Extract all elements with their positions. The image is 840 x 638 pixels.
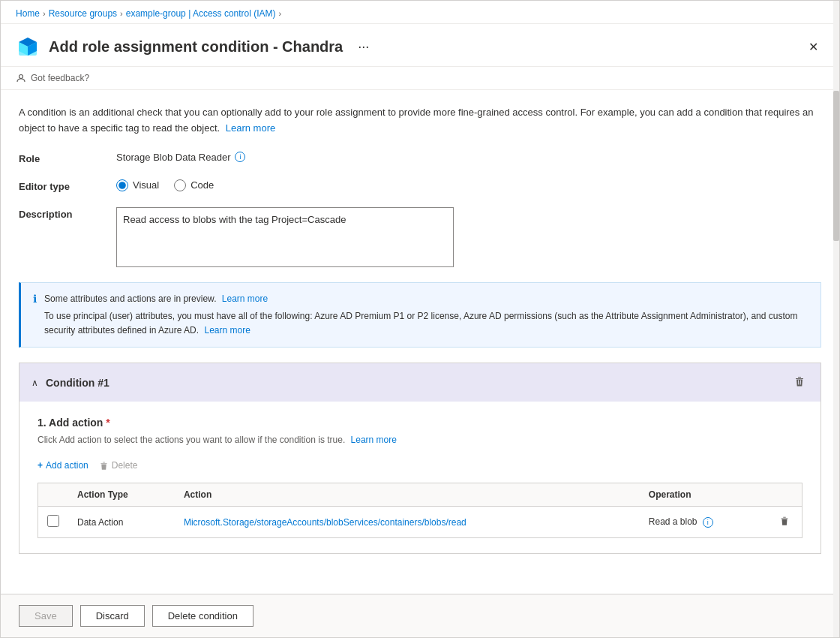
table-row: Data Action Microsoft.Storage/storageAcc…: [38, 507, 802, 538]
col-operation: Operation: [640, 483, 767, 507]
radio-visual[interactable]: Visual: [116, 179, 159, 191]
delete-toolbar-icon: [99, 461, 109, 471]
feedback-label: Got feedback?: [31, 73, 89, 83]
cube-icon: [16, 35, 40, 59]
title-left: Add role assignment condition - Chandra …: [16, 35, 375, 59]
add-action-label: Add action: [46, 460, 88, 471]
action-table-container: Action Type Action Operation: [38, 483, 802, 538]
info-banner-learn-more-2[interactable]: Learn more: [204, 325, 250, 336]
row-delete-cell: [767, 507, 802, 538]
role-value: Storage Blob Data Reader i: [116, 152, 245, 163]
svg-point-4: [20, 75, 23, 79]
description-label: Description: [19, 207, 116, 220]
radio-code-input[interactable]: [174, 179, 186, 191]
add-action-button[interactable]: + Add action: [38, 457, 88, 474]
info-banner-line2: To use principal (user) attributes, you …: [44, 309, 808, 338]
editor-type-row: Editor type Visual Code: [19, 179, 821, 192]
col-checkbox: [38, 483, 68, 507]
chevron-icon-3: ›: [279, 9, 282, 18]
info-banner-line1: Some attributes and actions are in previ…: [44, 292, 808, 306]
page-title: Add role assignment condition - Chandra: [49, 38, 343, 56]
close-button[interactable]: ✕: [802, 37, 824, 57]
role-info-icon[interactable]: i: [235, 152, 245, 162]
action-desc-learn-more[interactable]: Learn more: [351, 435, 397, 445]
condition-body: 1. Add action * Click Add action to sele…: [20, 402, 820, 553]
row-action: Microsoft.Storage/storageAccounts/blobSe…: [175, 507, 640, 538]
col-action-type: Action Type: [68, 483, 175, 507]
table-body: Data Action Microsoft.Storage/storageAcc…: [38, 507, 802, 538]
breadcrumb-example-group[interactable]: example-group | Access control (IAM): [126, 8, 276, 19]
scrollbar-track[interactable]: [833, 1, 839, 637]
feedback-icon: [16, 73, 26, 83]
svg-rect-6: [100, 463, 106, 464]
action-desc: Click Add action to select the actions y…: [38, 433, 802, 447]
row-trash-icon: [779, 516, 790, 526]
breadcrumb-home[interactable]: Home: [16, 8, 40, 19]
trash-icon: [794, 375, 806, 387]
row-operation-text: Read a blob: [649, 516, 698, 527]
description-field-container: Read access to blobs with the tag Projec…: [116, 207, 454, 267]
title-bar: Add role assignment condition - Chandra …: [1, 24, 839, 67]
footer: Save Discard Delete condition: [1, 594, 839, 637]
radio-code-label: Code: [190, 179, 214, 191]
row-delete-button[interactable]: [776, 513, 793, 531]
col-action: Action: [175, 483, 640, 507]
operation-info-icon[interactable]: i: [703, 517, 713, 528]
chevron-icon-1: ›: [43, 9, 46, 18]
description-row: Description Read access to blobs with th…: [19, 207, 821, 267]
condition-header: ∧ Condition #1: [20, 363, 820, 402]
role-row: Role Storage Blob Data Reader i: [19, 152, 821, 164]
delete-condition-button[interactable]: Delete condition: [152, 605, 254, 627]
row-operation: Read a blob i: [640, 507, 767, 538]
feedback-bar: Got feedback?: [1, 67, 839, 90]
row-action-type: Data Action: [68, 507, 175, 538]
condition-block: ∧ Condition #1 1. Add action *: [19, 363, 821, 554]
main-content: A condition is an additional check that …: [1, 90, 839, 594]
action-toolbar: + Add action Delete: [38, 457, 802, 474]
save-button[interactable]: Save: [19, 605, 73, 627]
info-banner-text: Some attributes and actions are in previ…: [44, 292, 808, 339]
row-action-link[interactable]: Microsoft.Storage/storageAccounts/blobSe…: [184, 517, 466, 528]
intro-text: A condition is an additional check that …: [19, 107, 813, 134]
description-textarea[interactable]: Read access to blobs with the tag Projec…: [116, 207, 454, 267]
breadcrumb: Home › Resource groups › example-group |…: [1, 1, 839, 24]
editor-type-radio-group: Visual Code: [116, 179, 214, 191]
row-checkbox-cell: [38, 507, 68, 538]
add-action-title: 1. Add action *: [38, 417, 802, 429]
info-banner-learn-more-1[interactable]: Learn more: [222, 293, 268, 304]
main-panel: Home › Resource groups › example-group |…: [0, 0, 840, 638]
table-header-row: Action Type Action Operation: [38, 483, 802, 507]
info-banner-icon: ℹ: [33, 293, 37, 305]
role-text: Storage Blob Data Reader: [116, 152, 230, 163]
chevron-icon-2: ›: [120, 9, 123, 18]
svg-rect-7: [782, 519, 788, 519]
radio-visual-input[interactable]: [116, 179, 128, 191]
radio-visual-label: Visual: [133, 179, 159, 191]
row-checkbox[interactable]: [47, 515, 59, 527]
condition-delete-button[interactable]: [790, 372, 808, 393]
delete-action-button[interactable]: Delete: [99, 457, 138, 474]
table-header: Action Type Action Operation: [38, 483, 802, 507]
discard-button[interactable]: Discard: [80, 605, 145, 627]
condition-title: Condition #1: [46, 377, 110, 389]
scrollbar-thumb[interactable]: [833, 91, 839, 241]
radio-code[interactable]: Code: [174, 179, 214, 191]
plus-icon: +: [38, 460, 43, 471]
delete-action-label: Delete: [112, 460, 138, 471]
ellipsis-button[interactable]: ···: [352, 36, 375, 58]
editor-type-value: Visual Code: [116, 179, 214, 191]
required-indicator: *: [106, 417, 110, 429]
breadcrumb-resource-groups[interactable]: Resource groups: [49, 8, 117, 19]
condition-header-left: ∧ Condition #1: [32, 377, 110, 389]
intro-description: A condition is an additional check that …: [19, 105, 821, 137]
collapse-button[interactable]: ∧: [32, 378, 38, 388]
role-label: Role: [19, 152, 116, 164]
svg-rect-5: [796, 378, 803, 379]
learn-more-link-intro[interactable]: Learn more: [226, 122, 275, 134]
editor-type-label: Editor type: [19, 179, 116, 192]
col-delete: [767, 483, 802, 507]
action-table: Action Type Action Operation: [38, 483, 802, 537]
info-banner: ℹ Some attributes and actions are in pre…: [19, 282, 821, 348]
